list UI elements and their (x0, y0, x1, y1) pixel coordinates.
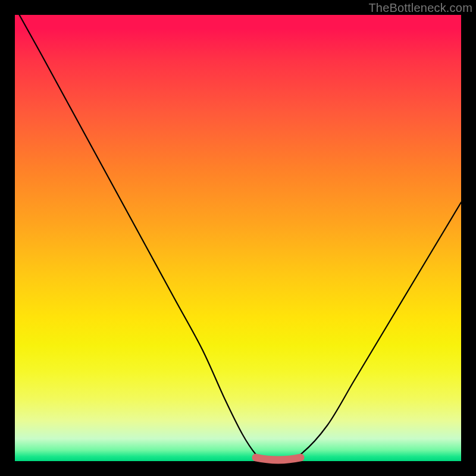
plot-area (15, 15, 461, 461)
flat-bottom-segment (256, 458, 300, 460)
bottleneck-curve (20, 15, 462, 462)
chart-frame: TheBottleneck.com (0, 0, 476, 476)
curve-svg (15, 15, 461, 461)
watermark-text: TheBottleneck.com (368, 1, 472, 15)
